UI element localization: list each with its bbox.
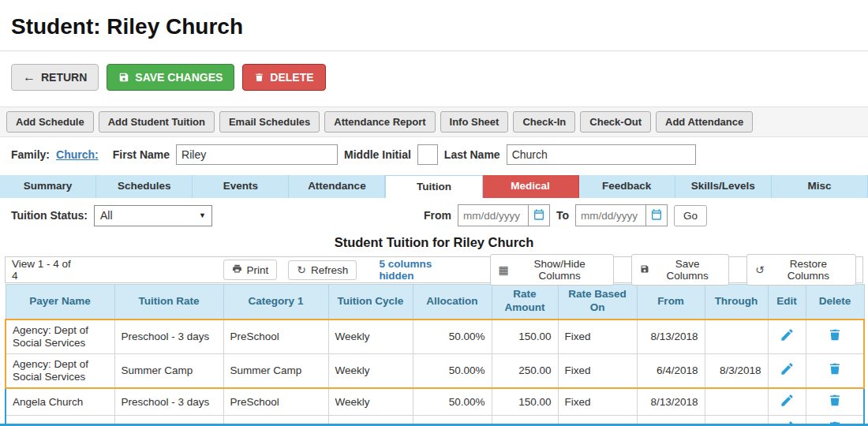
go-button[interactable]: Go: [674, 205, 707, 226]
cell-allocation: 50.00%: [413, 353, 492, 388]
email-schedules-button[interactable]: Email Schedules: [219, 111, 320, 133]
cell-tuition-cycle: Weekly: [328, 353, 413, 388]
from-date-input[interactable]: [458, 204, 529, 226]
return-button-label: RETURN: [41, 71, 87, 84]
show-hide-columns-button[interactable]: ▦ Show/Hide Columns: [490, 254, 615, 286]
col-header-rate-amount[interactable]: Rate Amount: [492, 285, 558, 320]
last-name-field[interactable]: [507, 144, 696, 165]
tuition-status-label: Tuition Status:: [11, 209, 88, 222]
table-row: Agency: Dept of Social Services Summer C…: [6, 353, 864, 388]
to-date-input[interactable]: [575, 204, 646, 226]
tab-skills-levels[interactable]: Skills/Levels: [675, 175, 772, 198]
info-sheet-button[interactable]: Info Sheet: [440, 111, 509, 133]
section-title: Student Tuition for Riley Church: [0, 231, 868, 256]
student-tab-bar: Summary Schedules Events Attendance Tuit…: [0, 175, 868, 198]
restore-undo-icon: ↺: [755, 264, 765, 275]
cell-through-date: 8/3/2018: [705, 353, 768, 388]
col-header-payer-name[interactable]: Payer Name: [6, 285, 114, 320]
col-header-from[interactable]: From: [637, 285, 705, 320]
refresh-label: Refresh: [311, 264, 348, 276]
calendar-icon: [533, 208, 545, 223]
col-header-rate-based-on[interactable]: Rate Based On: [558, 285, 637, 320]
middle-initial-field[interactable]: [417, 144, 438, 165]
cell-tuition-cycle: Weekly: [328, 320, 413, 354]
col-header-tuition-rate[interactable]: Tuition Rate: [114, 285, 223, 320]
columns-hidden-link[interactable]: 5 columns hidden: [379, 258, 466, 282]
agency-payer-row-group: Agency: Dept of Social Services Preschoo…: [6, 320, 864, 389]
col-header-delete: Delete: [806, 285, 864, 320]
edit-row-button[interactable]: [780, 361, 795, 376]
refresh-button[interactable]: ↻ Refresh: [288, 260, 357, 280]
back-arrow-icon: ←: [23, 71, 36, 84]
col-header-through[interactable]: Through: [705, 285, 768, 320]
from-label: From: [424, 209, 451, 222]
cell-through-date: [705, 388, 768, 416]
tab-attendance[interactable]: Attendance: [289, 175, 385, 198]
add-schedule-button[interactable]: Add Schedule: [6, 111, 94, 133]
table-row: Angela Church Preschool - 3 days PreScho…: [6, 388, 864, 416]
print-button[interactable]: Print: [223, 260, 278, 280]
family-link[interactable]: Church:: [56, 148, 99, 161]
tab-medical[interactable]: Medical: [483, 175, 579, 198]
save-changes-button[interactable]: SAVE CHANGES: [107, 64, 234, 91]
cell-from-date: 8/13/2018: [637, 388, 705, 416]
add-attendance-button[interactable]: Add Attendance: [656, 111, 753, 133]
edit-row-button[interactable]: [780, 327, 795, 342]
delete-button-label: DELETE: [270, 71, 313, 84]
to-date-group: [575, 204, 668, 226]
edit-row-button[interactable]: [780, 393, 795, 408]
first-name-field[interactable]: [176, 144, 338, 165]
tuition-status-value: All: [100, 209, 113, 222]
cell-tuition-cycle: Weekly: [328, 388, 413, 416]
tuition-filter-row: Tuition Status: All ▼ From To Go: [0, 198, 868, 231]
tuition-status-select[interactable]: All ▼: [94, 205, 212, 226]
save-columns-button[interactable]: Save Columns: [631, 254, 729, 286]
restore-columns-button[interactable]: ↺ Restore Columns: [746, 254, 856, 286]
cell-tuition-rate: Preschool - 3 days: [114, 388, 223, 416]
tab-feedback[interactable]: Feedback: [579, 175, 675, 198]
delete-row-button[interactable]: [828, 393, 842, 408]
trash-icon: [828, 333, 842, 345]
from-calendar-button[interactable]: [529, 204, 550, 226]
tab-schedules[interactable]: Schedules: [96, 175, 193, 198]
page-title: Student: Riley Church: [0, 0, 868, 50]
check-in-button[interactable]: Check-In: [513, 111, 575, 133]
cell-tuition-rate: Preschool - 3 days: [114, 320, 223, 354]
check-out-button[interactable]: Check-Out: [580, 111, 651, 133]
pencil-icon: [780, 333, 795, 345]
col-header-edit: Edit: [768, 285, 806, 320]
save-columns-icon: [640, 264, 649, 276]
add-student-tuition-button[interactable]: Add Student Tuition: [99, 111, 215, 133]
trash-icon: [828, 367, 842, 379]
return-button[interactable]: ← RETURN: [11, 64, 99, 91]
cell-payer-name: Agency: Dept of Social Services: [6, 320, 114, 354]
tab-summary[interactable]: Summary: [0, 175, 96, 198]
delete-row-button[interactable]: [828, 361, 842, 376]
to-label: To: [556, 209, 569, 222]
cell-through-date: [705, 320, 768, 354]
tab-misc[interactable]: Misc: [772, 175, 868, 198]
col-header-tuition-cycle[interactable]: Tuition Cycle: [328, 285, 413, 320]
to-calendar-button[interactable]: [646, 204, 668, 226]
save-icon: [118, 72, 129, 83]
col-header-allocation[interactable]: Allocation: [413, 285, 492, 320]
cell-rate-amount: 250.00: [492, 353, 558, 388]
tab-events[interactable]: Events: [193, 175, 289, 198]
col-header-category-1[interactable]: Category 1: [223, 285, 328, 320]
columns-grid-icon: ▦: [499, 264, 509, 275]
pencil-icon: [780, 367, 795, 379]
middle-initial-label: Middle Initial: [344, 148, 411, 161]
view-range-text: View 1 - 4 of 4: [12, 258, 77, 282]
cell-rate-based-on: Fixed: [558, 320, 637, 354]
delete-row-button[interactable]: [828, 327, 842, 342]
grid-toolbar: View 1 - 4 of 4 Print ↻ Refresh 5 column…: [5, 256, 863, 283]
family-label: Family:: [11, 148, 50, 161]
cell-from-date: 6/4/2018: [637, 353, 705, 388]
delete-button[interactable]: DELETE: [242, 64, 325, 91]
attendance-report-button[interactable]: Attendance Report: [324, 111, 435, 133]
cell-rate-based-on: Fixed: [558, 388, 637, 416]
tab-tuition[interactable]: Tuition: [385, 175, 482, 198]
cell-category-1: Summer Camp: [223, 353, 328, 388]
cell-payer-name: Angela Church: [6, 388, 114, 416]
table-header-row: Payer Name Tuition Rate Category 1 Tuiti…: [6, 285, 864, 320]
